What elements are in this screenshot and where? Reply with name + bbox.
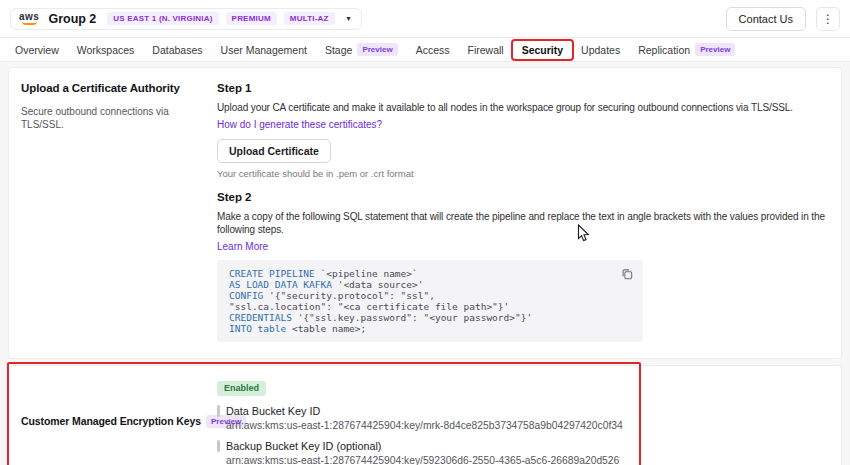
code-line: AS LOAD DATA KAFKA '<data source>' bbox=[229, 279, 631, 290]
tab-label: Replication bbox=[638, 44, 690, 56]
contact-us-button[interactable]: Contact Us bbox=[726, 7, 806, 31]
tab-user-management[interactable]: User Management bbox=[212, 41, 316, 59]
key-value: arn:aws:kms:us-east-1:287674425904:key/m… bbox=[226, 420, 829, 431]
code-line: CREATE PIPELINE `<pipeline name>` bbox=[229, 268, 631, 279]
key-row: Data Bucket Key IDarn:aws:kms:us-east-1:… bbox=[217, 405, 829, 431]
header: aws Group 2 US EAST 1 (N. VIRGINIA)PREMI… bbox=[0, 0, 850, 38]
region-badge: MULTI-AZ bbox=[284, 12, 335, 25]
tab-access[interactable]: Access bbox=[407, 41, 459, 59]
section-subtitle: Secure outbound connections via TLS/SSL. bbox=[21, 105, 207, 131]
encryption-keys-card: Customer Managed Encryption Keys Preview… bbox=[8, 365, 842, 465]
code-line: CREDENTIALS '{"ssl.key.password": "<your… bbox=[229, 312, 631, 323]
certificate-section-heading: Upload a Certificate Authority Secure ou… bbox=[21, 82, 217, 342]
tab-firewall[interactable]: Firewall bbox=[458, 41, 512, 59]
aws-logo-icon: aws bbox=[19, 12, 39, 25]
tab-bar: OverviewWorkspacesDatabasesUser Manageme… bbox=[0, 38, 850, 62]
generate-certificates-link[interactable]: How do I generate these certificates? bbox=[217, 118, 382, 131]
copy-icon[interactable] bbox=[619, 266, 635, 282]
region-badge: US EAST 1 (N. VIRGINIA) bbox=[107, 12, 218, 25]
preview-badge: Preview bbox=[357, 43, 397, 56]
workspace-group-selector[interactable]: aws Group 2 US EAST 1 (N. VIRGINIA)PREMI… bbox=[10, 8, 362, 30]
tab-databases[interactable]: Databases bbox=[143, 41, 211, 59]
certificate-authority-card: Upload a Certificate Authority Secure ou… bbox=[8, 67, 842, 359]
tab-updates[interactable]: Updates bbox=[572, 41, 629, 59]
learn-more-link[interactable]: Learn More bbox=[217, 240, 268, 253]
certificate-format-hint: Your certificate should be in .pem or .c… bbox=[217, 168, 829, 179]
tab-label: User Management bbox=[221, 44, 307, 56]
key-bar-icon bbox=[217, 405, 220, 417]
key-label: Backup Bucket Key ID (optional) bbox=[226, 440, 381, 452]
tab-label: Overview bbox=[15, 44, 59, 56]
encryption-section-heading: Customer Managed Encryption Keys Preview bbox=[21, 377, 217, 465]
tab-label: Workspaces bbox=[77, 44, 135, 56]
tab-workspaces[interactable]: Workspaces bbox=[68, 41, 144, 59]
step1-title: Step 1 bbox=[217, 82, 829, 94]
header-badges: US EAST 1 (N. VIRGINIA)PREMIUMMULTI-AZ bbox=[107, 12, 334, 25]
key-row: Backup Bucket Key ID (optional)arn:aws:k… bbox=[217, 440, 829, 465]
main-content: Upload a Certificate Authority Secure ou… bbox=[0, 62, 850, 465]
step2-title: Step 2 bbox=[217, 191, 829, 203]
tab-label: Updates bbox=[581, 44, 620, 56]
code-line: INTO table <table name>; bbox=[229, 323, 631, 334]
tab-label: Access bbox=[416, 44, 450, 56]
tab-security[interactable]: Security bbox=[513, 41, 572, 59]
section-title: Upload a Certificate Authority bbox=[21, 82, 217, 94]
preview-badge: Preview bbox=[695, 43, 735, 56]
region-badge: PREMIUM bbox=[226, 12, 277, 25]
key-bar-icon bbox=[217, 440, 220, 452]
key-list: Data Bucket Key IDarn:aws:kms:us-east-1:… bbox=[217, 405, 829, 465]
section-title: Customer Managed Encryption Keys bbox=[21, 415, 201, 427]
chevron-down-icon[interactable]: ▾ bbox=[347, 14, 351, 23]
header-actions: Contact Us ⋮ bbox=[726, 7, 840, 31]
kebab-menu-button[interactable]: ⋮ bbox=[816, 7, 840, 31]
key-label: Data Bucket Key ID bbox=[226, 405, 320, 417]
tab-label: Firewall bbox=[467, 44, 503, 56]
tab-stage[interactable]: StagePreview bbox=[316, 40, 407, 59]
page-title: Group 2 bbox=[48, 12, 96, 26]
key-value: arn:aws:kms:us-east-1:287674425904:key/5… bbox=[226, 455, 829, 465]
tab-overview[interactable]: Overview bbox=[6, 41, 68, 59]
code-line: "ssl.ca.location": "<ca certificate file… bbox=[229, 301, 631, 312]
tab-label: Stage bbox=[325, 44, 352, 56]
status-badge: Enabled bbox=[217, 381, 266, 396]
step2-description: Make a copy of the following SQL stateme… bbox=[217, 210, 829, 236]
step1-description: Upload your CA certificate and make it a… bbox=[217, 101, 829, 114]
sql-code-block: CREATE PIPELINE `<pipeline name>`AS LOAD… bbox=[217, 260, 643, 342]
aws-smile-icon bbox=[22, 21, 37, 25]
sql-code: CREATE PIPELINE `<pipeline name>`AS LOAD… bbox=[229, 268, 631, 334]
tab-label: Databases bbox=[152, 44, 202, 56]
tab-replication[interactable]: ReplicationPreview bbox=[629, 40, 744, 59]
upload-certificate-button[interactable]: Upload Certificate bbox=[217, 139, 331, 163]
tab-label: Security bbox=[522, 44, 563, 56]
code-line: CONFIG '{"security.protocol": "ssl", bbox=[229, 290, 631, 301]
